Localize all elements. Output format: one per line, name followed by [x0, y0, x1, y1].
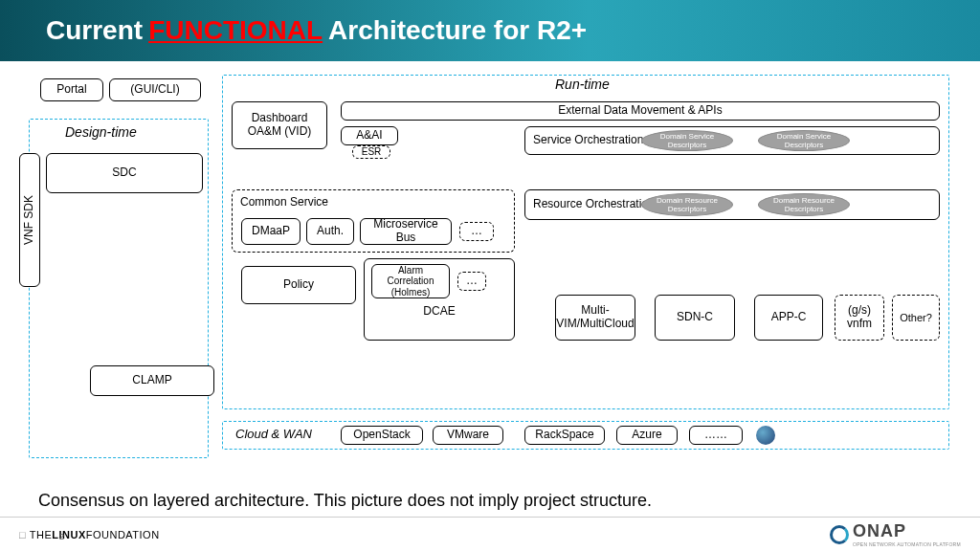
- title-arch: Architecture for R2+: [328, 15, 587, 46]
- msb-box: Microservice Bus: [360, 218, 452, 245]
- svc-desc-2: Domain Service Descriptors: [758, 130, 850, 151]
- linux-foundation-logo: □ THELINUXFOUNDATION: [19, 529, 160, 540]
- aai-box: A&AI: [341, 126, 398, 145]
- run-time-label: Run-time: [555, 77, 610, 92]
- dashboard-box: Dashboard OA&M (VID): [232, 101, 327, 149]
- vnf-sdk-box: VNF SDK: [19, 153, 40, 287]
- common-more-box: …: [459, 222, 494, 241]
- appc-box: APP-C: [754, 295, 823, 341]
- vmware-box: VMware: [433, 426, 503, 445]
- onap-logo: ONAP OPEN NETWORK AUTOMATION PLATFORM: [830, 521, 961, 547]
- res-desc-1: Domain Resource Descriptors: [641, 193, 733, 216]
- rackspace-box: RackSpace: [524, 426, 605, 445]
- auth-box: Auth.: [306, 218, 354, 245]
- dmaap-box: DMaaP: [241, 218, 301, 245]
- page-number: 2: [59, 532, 64, 541]
- dcae-label: DCAE: [423, 305, 455, 319]
- footnote-text: Consensus on layered architecture. This …: [38, 491, 942, 511]
- globe-icon: [756, 426, 775, 445]
- res-desc-2: Domain Resource Descriptors: [758, 193, 850, 216]
- res-orch-label: Resource Orchestration: [533, 198, 655, 211]
- multivim-box: Multi-VIM/MultiCloud: [555, 295, 635, 341]
- vnfm-box: (g/s) vnfm: [835, 295, 884, 341]
- svc-orch-label: Service Orchestration: [533, 134, 643, 147]
- design-time-label: Design-time: [65, 124, 137, 140]
- policy-box: Policy: [241, 266, 356, 304]
- cloud-more-box: ……: [689, 426, 743, 445]
- svc-desc-1: Domain Service Descriptors: [641, 130, 733, 151]
- openstack-box: OpenStack: [341, 426, 423, 445]
- title-current: Current: [46, 15, 143, 46]
- diagram-canvas: Design-time Run-time Portal (GUI/CLI) VN…: [19, 67, 961, 474]
- clamp-box: CLAMP: [90, 365, 214, 396]
- cloud-wan-label: Cloud & WAN: [235, 427, 312, 441]
- slide-footer: □ THELINUXFOUNDATION ONAP OPEN NETWORK A…: [0, 517, 980, 551]
- sdc-box: SDC: [46, 153, 203, 193]
- onap-ring-icon: [830, 525, 849, 544]
- ext-data-box: External Data Movement & APIs: [341, 101, 940, 121]
- common-service-label: Common Service: [240, 196, 328, 209]
- holmes-box: Alarm Correlation (Holmes): [371, 264, 450, 298]
- dcae-more-box: …: [457, 272, 486, 291]
- other-box: Other?: [892, 295, 940, 341]
- sdnc-box: SDN-C: [655, 295, 735, 341]
- title-functional: FUNCTIONAL: [148, 15, 323, 46]
- portal-box: Portal: [40, 78, 103, 101]
- esr-box: ESR: [352, 145, 390, 159]
- guicli-box: (GUI/CLI): [109, 78, 201, 101]
- azure-box: Azure: [616, 426, 678, 445]
- slide-header: Current FUNCTIONAL Architecture for R2+: [0, 0, 980, 61]
